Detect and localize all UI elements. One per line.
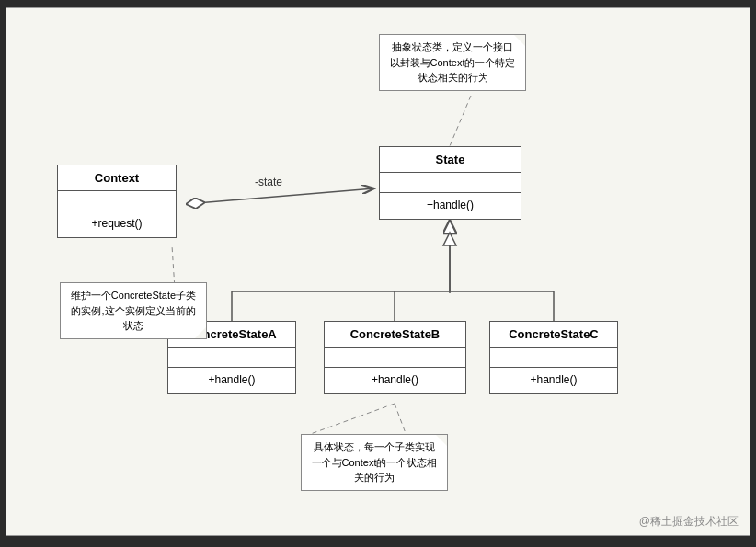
context-callout-text: 维护一个ConcreteState子类的实例,这个实例定义当前的状态	[71, 290, 196, 331]
state-method: +handle()	[380, 193, 521, 219]
concrete-callout: 具体状态，每一个子类实现一个与Context的一个状态相关的行为	[301, 434, 448, 491]
svg-line-10	[450, 96, 471, 146]
context-box: Context +request()	[57, 165, 177, 238]
state-callout-text: 抽象状态类，定义一个接口以封装与Context的一个特定状态相关的行为	[390, 41, 516, 83]
svg-line-2	[186, 188, 374, 204]
concrete-state-b-box: ConcreteStateB +handle()	[324, 321, 466, 394]
concrete-b-title: ConcreteStateB	[325, 322, 465, 348]
svg-line-12	[395, 404, 407, 436]
concrete-state-c-box: ConcreteStateC +handle()	[489, 321, 618, 394]
context-method: +request()	[58, 211, 176, 237]
state-box: State +handle()	[379, 146, 521, 220]
watermark: @稀土掘金技术社区	[639, 514, 739, 530]
context-callout: 维护一个ConcreteState子类的实例,这个实例定义当前的状态	[60, 282, 207, 339]
concrete-c-method: +handle()	[490, 368, 617, 393]
state-callout: 抽象状态类，定义一个接口以封装与Context的一个特定状态相关的行为	[379, 34, 526, 91]
concrete-c-empty	[490, 348, 617, 368]
context-empty	[58, 191, 176, 211]
uml-diagram: -state	[6, 7, 750, 536]
concrete-a-empty	[168, 348, 295, 368]
state-title: State	[380, 147, 521, 173]
concrete-callout-text: 具体状态，每一个子类实现一个与Context的一个状态相关的行为	[312, 441, 438, 483]
svg-text:-state: -state	[255, 176, 282, 188]
svg-line-13	[305, 404, 395, 436]
context-title: Context	[58, 165, 176, 191]
state-empty	[380, 173, 521, 193]
concrete-b-method: +handle()	[325, 368, 465, 393]
concrete-a-method: +handle()	[168, 368, 295, 393]
concrete-b-empty	[325, 348, 465, 368]
svg-marker-9	[443, 233, 456, 245]
concrete-c-title: ConcreteStateC	[490, 322, 617, 348]
